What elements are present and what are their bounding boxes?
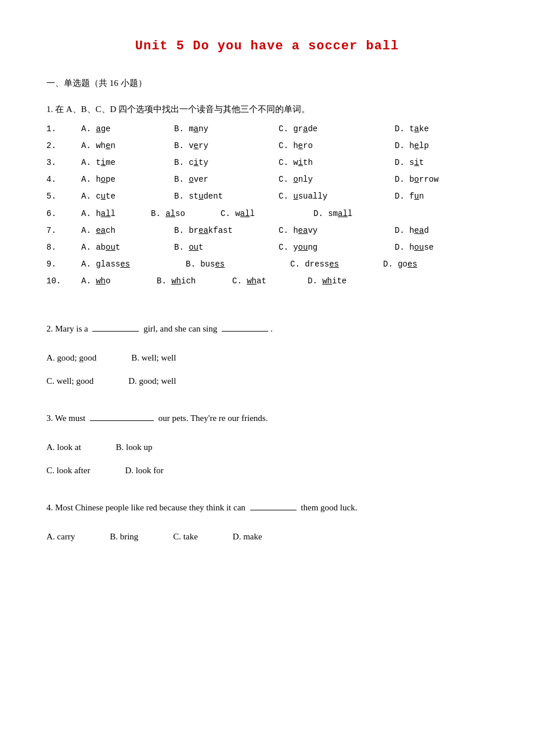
q3-optB: B. look up <box>116 438 153 456</box>
question-1-block: 1. 在 A、B、C、D 四个选项中找出一个读音与其他三个不同的单词。 1. A… <box>46 102 488 289</box>
page-title: Unit 5 Do you have a soccer ball <box>46 35 488 58</box>
row10-c: C. what <box>232 274 308 289</box>
row2-a: A. when <box>81 139 174 153</box>
q2-options-cd: C. well; good D. good; well <box>46 372 488 390</box>
section-header: 一、单选题（共 16 小题） <box>46 75 488 91</box>
row8-b: B. out <box>174 240 279 255</box>
row1-c: C. grade <box>279 122 395 136</box>
q2-optD: D. good; well <box>128 372 176 390</box>
question-3-block: 3. We must our pets. They're re our frie… <box>46 409 488 479</box>
q2-options: A. good; good B. well; well <box>46 349 488 366</box>
row9-num: 9. <box>46 257 81 272</box>
q4-options: A. carry B. bring C. take D. make <box>46 528 488 545</box>
row2-b: B. very <box>174 139 279 153</box>
q3-optC: C. look after <box>46 462 90 479</box>
row10-num: 10. <box>46 274 81 289</box>
row4-c: C. only <box>279 172 395 187</box>
q3-options-ab: A. look at B. look up <box>46 438 488 456</box>
row2-c: C. hero <box>279 139 395 153</box>
row7-b: B. breakfast <box>174 224 279 238</box>
row5-d: D. fun <box>395 189 464 204</box>
question-2-block: 2. Mary is a girl, and she can sing . A.… <box>46 320 488 390</box>
row6-d: D. small <box>313 207 406 221</box>
q4-optA: A. carry <box>46 528 75 545</box>
row4-d: D. borrow <box>395 172 464 187</box>
q3-options-cd: C. look after D. look for <box>46 462 488 479</box>
q4-text: 4. Most Chinese people like red because … <box>46 499 488 516</box>
row9-d: D. goes <box>383 257 441 272</box>
q3-optA: A. look at <box>46 438 81 456</box>
row3-b: B. city <box>174 156 279 170</box>
q2-optC: C. well; good <box>46 372 93 390</box>
q4-optC: C. take <box>173 528 198 545</box>
row8-d: D. house <box>395 240 464 255</box>
row4-num: 4. <box>46 172 81 187</box>
row9-b: B. buses <box>186 257 290 272</box>
row1-a: A. age <box>81 122 174 136</box>
row4-b: B. over <box>174 172 279 187</box>
row10-d: D. white <box>308 274 383 289</box>
row8-c: C. young <box>279 240 395 255</box>
row6-b: B. also <box>151 207 221 221</box>
row2-num: 2. <box>46 139 81 153</box>
row2-d: D. help <box>395 139 464 153</box>
row5-a: A. cute <box>81 189 174 204</box>
q3-text: 3. We must our pets. They're re our frie… <box>46 409 488 427</box>
row8-a: A. about <box>81 240 174 255</box>
q1-intro: 1. 在 A、B、C、D 四个选项中找出一个读音与其他三个不同的单词。 <box>46 102 488 117</box>
q4-optD: D. make <box>233 528 262 545</box>
row10-a: A. who <box>81 274 157 289</box>
q4-optB: B. bring <box>110 528 138 545</box>
row7-num: 7. <box>46 224 81 238</box>
row4-a: A. hope <box>81 172 174 187</box>
row6-c: C. wall <box>221 207 313 221</box>
row10-b: B. which <box>157 274 232 289</box>
row1-d: D. take <box>395 122 464 136</box>
q3-optD: D. look for <box>125 462 163 479</box>
row7-c: C. heavy <box>279 224 395 238</box>
question-4-block: 4. Most Chinese people like red because … <box>46 499 488 545</box>
q2-optB: B. well; well <box>131 349 176 366</box>
row7-a: A. each <box>81 224 174 238</box>
row5-b: B. student <box>174 189 279 204</box>
row1-b: B. many <box>174 122 279 136</box>
row3-num: 3. <box>46 156 81 170</box>
row6-a: A. hall <box>81 207 151 221</box>
row1-num: 1. <box>46 122 81 136</box>
q2-text: 2. Mary is a girl, and she can sing . <box>46 320 488 337</box>
row5-num: 5. <box>46 189 81 204</box>
row9-a: A. glasses <box>81 257 186 272</box>
row9-c: C. dresses <box>290 257 383 272</box>
row3-d: D. sit <box>395 156 464 170</box>
row6-num: 6. <box>46 207 81 221</box>
row8-num: 8. <box>46 240 81 255</box>
row5-c: C. usually <box>279 189 395 204</box>
row3-c: C. with <box>279 156 395 170</box>
row3-a: A. time <box>81 156 174 170</box>
q2-optA: A. good; good <box>46 349 96 366</box>
row7-d: D. head <box>395 224 464 238</box>
